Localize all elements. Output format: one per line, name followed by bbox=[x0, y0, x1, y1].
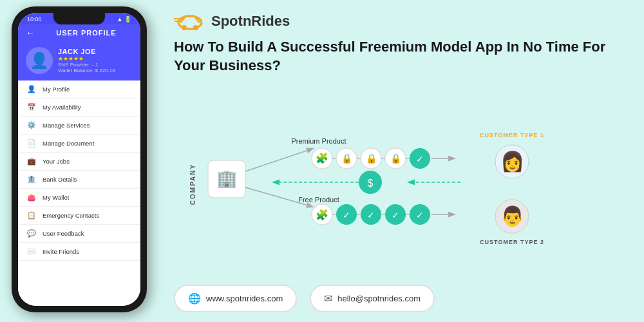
svg-text:COMPANY: COMPANY bbox=[189, 164, 196, 205]
svg-text:CUSTOMER TYPE 1: CUSTOMER TYPE 1 bbox=[480, 132, 544, 138]
freemium-diagram: COMPANY 🏢 Premium Product 🧩 🔒 🔒 🔒 bbox=[174, 110, 631, 252]
menu-item[interactable]: 💼 Your Jobs bbox=[18, 153, 140, 171]
menu-item[interactable]: 📋 Emergency Contacts bbox=[18, 207, 140, 225]
footer-bar: 🌐 www.spotnrides.com ✉ hello@spotnrides.… bbox=[174, 285, 631, 312]
menu-item-icon: 🏦 bbox=[27, 175, 36, 184]
menu-item[interactable]: 👤 My Profile bbox=[18, 80, 140, 99]
phone-mockup: 10:06 ▲ 🔋 ← USER PROFILE 👤 JACK JOE ★★★★… bbox=[12, 6, 147, 312]
svg-line-8 bbox=[245, 149, 312, 171]
svg-text:CUSTOMER TYPE 2: CUSTOMER TYPE 2 bbox=[480, 239, 544, 245]
menu-item-icon: 👛 bbox=[27, 193, 36, 202]
svg-text:✓: ✓ bbox=[367, 210, 375, 220]
menu-item-label: Invite Friends bbox=[43, 248, 79, 255]
globe-icon: 🌐 bbox=[188, 292, 201, 305]
menu-item-label: My Wallet bbox=[43, 194, 69, 201]
menu-item[interactable]: 🏦 Bank Details bbox=[18, 171, 140, 189]
email-icon: ✉ bbox=[324, 292, 332, 305]
svg-text:Free Product: Free Product bbox=[298, 196, 339, 204]
menu-item[interactable]: 📄 Manage Document bbox=[18, 135, 140, 153]
website-url: www.spotnrides.com bbox=[206, 294, 283, 303]
brand-header: SpotnRides bbox=[174, 10, 631, 33]
svg-text:✓: ✓ bbox=[392, 210, 399, 220]
svg-text:🧩: 🧩 bbox=[316, 209, 328, 221]
brand-name: SpotnRides bbox=[211, 13, 290, 30]
svg-text:✓: ✓ bbox=[343, 210, 350, 220]
menu-list: 👤 My Profile 📅 My Availability ⚙️ Manage… bbox=[18, 80, 140, 306]
svg-text:🔒: 🔒 bbox=[341, 153, 353, 164]
menu-item-icon: 📅 bbox=[27, 103, 36, 111]
svg-text:🔒: 🔒 bbox=[390, 153, 402, 164]
menu-item-icon: ✉️ bbox=[27, 247, 36, 256]
menu-item[interactable]: 📅 My Availability bbox=[18, 99, 140, 117]
profile-name: JACK JOE bbox=[58, 48, 115, 55]
right-content: SpotnRides How To Build A Successful Fre… bbox=[161, 0, 644, 322]
menu-item-icon: ⚙️ bbox=[27, 121, 36, 129]
header-title: USER PROFILE bbox=[40, 29, 133, 37]
svg-point-1 bbox=[182, 25, 187, 30]
menu-item[interactable]: ✉️ Invite Friends bbox=[18, 243, 140, 261]
phone-notch bbox=[53, 13, 105, 24]
menu-item-label: User Feedback bbox=[43, 230, 84, 237]
profile-section: 👤 JACK JOE ★★★★★ SNS Provider :- 1 Walle… bbox=[18, 42, 140, 80]
svg-text:🧩: 🧩 bbox=[316, 152, 328, 164]
brand-logo bbox=[174, 10, 206, 33]
menu-item-icon: 📄 bbox=[27, 139, 36, 147]
menu-item-icon: 📋 bbox=[27, 211, 36, 220]
email-button[interactable]: ✉ hello@spotnrides.com bbox=[310, 285, 435, 312]
menu-item-label: Manage Services bbox=[43, 122, 90, 129]
menu-item-label: Manage Document bbox=[43, 140, 94, 147]
menu-item-icon: 👤 bbox=[27, 85, 36, 93]
menu-item-icon: 💬 bbox=[27, 229, 36, 238]
svg-text:🏢: 🏢 bbox=[216, 168, 238, 189]
svg-text:Premium  Product: Premium Product bbox=[292, 137, 346, 145]
svg-text:👨: 👨 bbox=[500, 205, 525, 228]
svg-point-2 bbox=[193, 25, 198, 30]
avatar: 👤 bbox=[26, 47, 53, 74]
status-icons: ▲ 🔋 bbox=[117, 16, 131, 23]
diagram-area: COMPANY 🏢 Premium Product 🧩 🔒 🔒 🔒 bbox=[174, 82, 631, 279]
svg-text:✓: ✓ bbox=[416, 154, 424, 164]
back-arrow-icon[interactable]: ← bbox=[26, 28, 35, 38]
menu-item-label: My Availability bbox=[43, 104, 81, 111]
avatar-icon: 👤 bbox=[30, 52, 49, 70]
website-button[interactable]: 🌐 www.spotnrides.com bbox=[174, 285, 297, 312]
logo-icon bbox=[174, 10, 206, 33]
email-address: hello@spotnrides.com bbox=[337, 294, 421, 303]
menu-item[interactable]: ⚙️ Manage Services bbox=[18, 117, 140, 135]
svg-text:✓: ✓ bbox=[416, 210, 424, 220]
menu-item-label: Your Jobs bbox=[43, 158, 70, 165]
wallet-balance: Wallet Balance: $ 226.18 bbox=[58, 68, 115, 73]
svg-text:👩: 👩 bbox=[500, 150, 525, 173]
phone-outer: 10:06 ▲ 🔋 ← USER PROFILE 👤 JACK JOE ★★★★… bbox=[12, 6, 147, 312]
menu-item[interactable]: 👛 My Wallet bbox=[18, 189, 140, 207]
profile-info: JACK JOE ★★★★★ SNS Provider :- 1 Wallet … bbox=[58, 48, 115, 73]
menu-item-icon: 💼 bbox=[27, 157, 36, 166]
profile-stars: ★★★★★ bbox=[58, 55, 115, 62]
svg-text:🔒: 🔒 bbox=[366, 153, 377, 164]
menu-item-label: Bank Details bbox=[43, 176, 77, 183]
menu-item-label: My Profile bbox=[43, 86, 70, 93]
profile-provider: SNS Provider :- 1 bbox=[58, 62, 115, 68]
svg-text:$: $ bbox=[368, 178, 374, 189]
app-header: ← USER PROFILE bbox=[18, 24, 140, 42]
menu-item-label: Emergency Contacts bbox=[43, 212, 99, 219]
main-title: How To Build A Successful Freemium Model… bbox=[174, 38, 612, 75]
menu-item[interactable]: 💬 User Feedback bbox=[18, 225, 140, 243]
phone-screen: 10:06 ▲ 🔋 ← USER PROFILE 👤 JACK JOE ★★★★… bbox=[18, 13, 140, 306]
status-time: 10:06 bbox=[27, 16, 42, 23]
